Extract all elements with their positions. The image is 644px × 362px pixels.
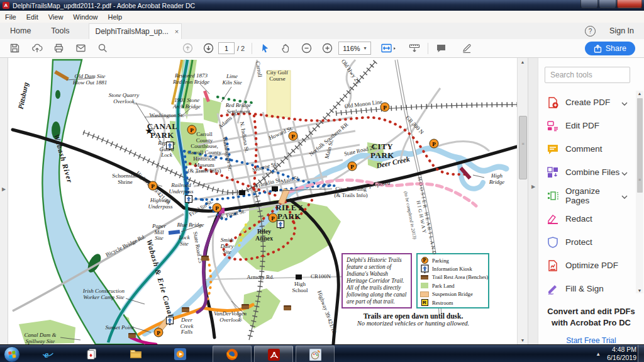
minimize-button[interactable] [580, 0, 598, 8]
share-button[interactable]: Share [585, 42, 635, 55]
start-button[interactable] [4, 346, 20, 362]
zoom-level-value: 116% [343, 45, 360, 52]
menu-window[interactable]: Window [68, 12, 103, 22]
map-label: High School [292, 281, 308, 293]
document-page[interactable]: Delphi's Historic Trails feature a secti… [8, 58, 517, 344]
tab-document[interactable]: DelphiTrailsMap_up... × [89, 23, 182, 39]
zoom-out-icon[interactable] [298, 41, 315, 56]
page-number-input[interactable]: 1 [218, 42, 235, 54]
tab-tools[interactable]: Tools [41, 23, 79, 38]
map-label: Carroll [254, 61, 262, 78]
document-scrollbar[interactable]: ▲ ≡ ▼ [517, 58, 528, 344]
tool-label: Fill & Sign [565, 284, 634, 293]
map-label: Carroll County Courthouse, Carroll Count… [187, 132, 221, 174]
legend-item-suspension: Suspension Bridge [420, 290, 486, 298]
tool-edit-pdf[interactable]: Edit PDF [538, 114, 634, 137]
trail-note-box: Delphi's Historic Trails feature a secti… [341, 253, 412, 308]
solitaire-button[interactable] [83, 346, 101, 361]
save-icon[interactable] [6, 41, 23, 56]
zoom-in-icon[interactable] [319, 41, 336, 56]
tray-expand-icon[interactable]: ▲ [596, 351, 601, 357]
share-button-label: Share [606, 44, 626, 53]
firefox-taskbar-button[interactable] [213, 346, 252, 362]
tool-redact[interactable]: Redact [538, 207, 634, 230]
tool-comment[interactable]: Comment [538, 137, 634, 161]
tool-organize-pages[interactable]: Organize Pages [538, 184, 634, 207]
previous-page-icon[interactable] [179, 41, 196, 56]
scroll-up-icon[interactable]: ▲ [518, 60, 528, 64]
internet-explorer-icon: e [42, 348, 54, 360]
building-icon [296, 274, 302, 280]
tab-home[interactable]: Home [0, 23, 41, 38]
email-icon[interactable] [72, 41, 89, 56]
toolbar: 1 / 2 116% ▾ Share [0, 39, 644, 58]
kiosk-icon [166, 142, 174, 154]
media-player-icon [174, 348, 186, 360]
taskbar: e ▲ 4:48 PM 6/16/2019 [0, 344, 644, 362]
taskbar-clock[interactable]: 4:48 PM 6/16/2019 [607, 346, 636, 362]
map-label: Canal Dam & Spillway Site [24, 332, 56, 344]
expand-left-pane-icon[interactable]: ▶ [2, 186, 6, 192]
map-label: Main St. [280, 175, 301, 186]
tool-fill-sign[interactable]: Fill & Sign [538, 277, 634, 300]
tool-optimize-pdf[interactable]: Optimize PDF [538, 254, 634, 277]
tab-close-icon[interactable]: × [175, 28, 179, 35]
map-label: Smith Dairy Site [221, 237, 234, 256]
close-button[interactable] [617, 0, 642, 8]
upload-cloud-icon[interactable] [28, 41, 45, 56]
sign-in-link[interactable]: Sign In [609, 26, 634, 35]
comment-tool-icon[interactable] [433, 41, 450, 56]
file-explorer-button[interactable] [127, 346, 145, 361]
legend-label: Restroom [432, 300, 453, 306]
panel-scroll-up-icon[interactable]: ▲ [636, 91, 643, 96]
menu-view[interactable]: View [43, 12, 69, 22]
search-input[interactable]: Search tools [545, 67, 630, 83]
firefox-icon [226, 348, 238, 361]
tab-document-label: DelphiTrailsMap_up... [96, 27, 169, 36]
menu-file[interactable]: File [0, 12, 21, 22]
chevron-down-icon [621, 167, 628, 178]
map-label: Old Monon Line [344, 99, 382, 110]
tool-create-pdf[interactable]: Create PDF [538, 91, 634, 114]
map-label: Blue Bridge [177, 222, 204, 229]
zoom-level-select[interactable]: 116% ▾ [338, 42, 370, 55]
show-desktop-button[interactable] [638, 345, 644, 362]
map-label: Paper Mill Site [152, 223, 166, 242]
collapse-panel-icon[interactable]: ▶ [531, 184, 535, 189]
scroll-down-icon[interactable]: ▼ [518, 338, 528, 342]
menu-help[interactable]: Help [103, 12, 127, 22]
map-label: W. Front St. [218, 208, 247, 221]
highlight-pen-icon[interactable] [458, 41, 475, 56]
menu-edit[interactable]: Edit [21, 12, 43, 22]
clock-date: 6/16/2019 [607, 354, 636, 362]
start-free-trial-link[interactable]: Start Free Trial [538, 336, 644, 345]
internet-explorer-button[interactable]: e [39, 346, 57, 361]
map-label: Deer Creek [375, 155, 410, 169]
panel-scrollbar[interactable]: ▲ ≡ ▼ [636, 91, 643, 293]
map-label: Washington St. [150, 113, 184, 119]
building-icon [272, 186, 278, 191]
fit-width-icon[interactable] [377, 41, 400, 56]
panel-scroll-down-icon[interactable]: ▼ [636, 288, 643, 293]
paint-taskbar-button[interactable] [296, 346, 335, 362]
print-icon[interactable] [50, 41, 67, 56]
search-icon[interactable] [94, 41, 111, 56]
maximize-button[interactable] [599, 0, 616, 8]
scrollbar-thumb[interactable]: ≡ [519, 116, 527, 179]
tool-combine-files[interactable]: Combine Files [538, 161, 634, 184]
select-tool-icon[interactable] [257, 41, 274, 56]
legend-item-bench: Trail Rest Area (Benches) [420, 273, 486, 281]
help-icon[interactable]: ? [585, 26, 596, 37]
panel-scrollbar-thumb[interactable]: ≡ [637, 98, 643, 193]
media-player-button[interactable] [171, 346, 189, 361]
map-label: Railroad Underpass [169, 183, 193, 195]
hand-tool-icon[interactable] [277, 41, 294, 56]
acrobat-app-icon: A [3, 2, 9, 9]
next-page-icon[interactable] [200, 41, 217, 56]
acrobat-taskbar-button[interactable] [254, 346, 293, 362]
kiosk-icon [277, 220, 285, 232]
parking-icon: P [213, 203, 222, 213]
ruler-tool-icon[interactable] [406, 41, 423, 56]
tool-protect[interactable]: Protect [538, 230, 634, 254]
tool-label: Comment [565, 144, 634, 154]
